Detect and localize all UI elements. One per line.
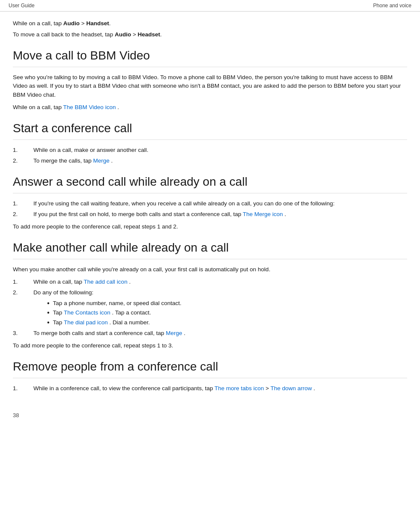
bullet-1: Tap a phone number, name, or speed dial … [47,299,407,308]
step-text: Do any of the following: [33,288,93,297]
bullet-3: Tap The dial pad icon . Dial a number. [47,318,407,327]
page-header: User Guide Phone and voice [0,0,420,12]
step-num: 1. [13,199,33,208]
page-content: While on a call, tap Audio > Handset. To… [0,12,420,408]
step-text: To merge both calls and start a conferen… [33,329,185,338]
make-bullets: Tap a phone number, name, or speed dial … [47,299,407,328]
answer-step-2: 2. If you put the first call on hold, to… [13,210,407,219]
step-num: 1. [13,278,33,287]
step-num: 2. [13,210,33,219]
merge-ref: Merge [93,157,110,164]
step-num: 1. [13,384,33,393]
header-left: User Guide [9,3,35,9]
step-num: 2. [13,288,33,297]
merge-icon-ref: The Merge icon [243,211,283,217]
step-num: 3. [13,329,33,338]
make-step-1: 1. While on a call, tap The add call ico… [13,278,407,287]
bullet-2: Tap The Contacts icon . Tap a contact. [47,308,407,317]
section-bbm-desc: See who you're talking to by moving a ca… [13,73,407,100]
step-text: While in a conference call, to view the … [33,384,315,393]
conference-step-1: 1. While on a call, make or answer anoth… [13,146,407,155]
bbm-video-icon-ref: The BBM Video icon [63,104,116,110]
section-bbm-divider [13,67,407,67]
make-note: To add more people to the conference cal… [13,341,407,350]
page-footer: 38 [0,408,420,423]
conference-step-2: 2. To merge the calls, tap Merge . [13,157,407,166]
section-make-title: Make another call while already on a cal… [13,241,407,255]
header-right: Phone and voice [373,3,411,9]
step-num: 1. [13,146,33,155]
section-answer-title: Answer a second call while already on a … [13,175,407,189]
contacts-icon-ref: The Contacts icon [64,309,110,316]
add-call-ref: The add call icon [84,279,128,285]
remove-step-1: 1. While in a conference call, to view t… [13,384,407,393]
section-answer-divider [13,193,407,193]
step-text: If you're using the call waiting feature… [33,199,335,208]
step-num: 2. [13,157,33,166]
remove-steps: 1. While in a conference call, to view t… [13,384,407,393]
page-number: 38 [13,412,19,418]
section-make-desc: When you make another call while you're … [13,265,407,274]
intro-line2: To move a call back to the headset, tap … [13,30,407,39]
make-step3-list: 3. To merge both calls and start a confe… [13,329,407,338]
section-conference-divider [13,139,407,140]
section-conference-title: Start a conference call [13,122,407,135]
section-remove-divider [13,378,407,378]
merge-ref2: Merge [166,330,182,336]
section-make-divider [13,259,407,259]
more-tabs-ref: The more tabs icon [214,385,264,391]
conference-steps: 1. While on a call, make or answer anoth… [13,146,407,166]
step-text: To merge the calls, tap Merge . [33,157,113,166]
section-remove-title: Remove people from a conference call [13,360,407,374]
make-step-3: 3. To merge both calls and start a confe… [13,329,407,338]
step-text: While on a call, make or answer another … [33,146,149,155]
section-bbm-title: Move a call to BBM Video [13,49,407,62]
step-text: While on a call, tap The add call icon . [33,278,131,287]
answer-step-1: 1. If you're using the call waiting feat… [13,199,407,208]
make-step-2: 2. Do any of the following: [13,288,407,297]
answer-note: To add more people to the conference cal… [13,222,407,231]
make-steps: 1. While on a call, tap The add call ico… [13,278,407,297]
down-arrow-ref: The down arrow [271,385,312,391]
intro-line1: While on a call, tap Audio > Handset. [13,19,407,28]
dialpad-icon-ref: The dial pad icon [64,319,108,326]
section-bbm-instruction: While on a call, tap The BBM Video icon … [13,103,407,112]
answer-steps: 1. If you're using the call waiting feat… [13,199,407,219]
step-text: If you put the first call on hold, to me… [33,210,286,219]
